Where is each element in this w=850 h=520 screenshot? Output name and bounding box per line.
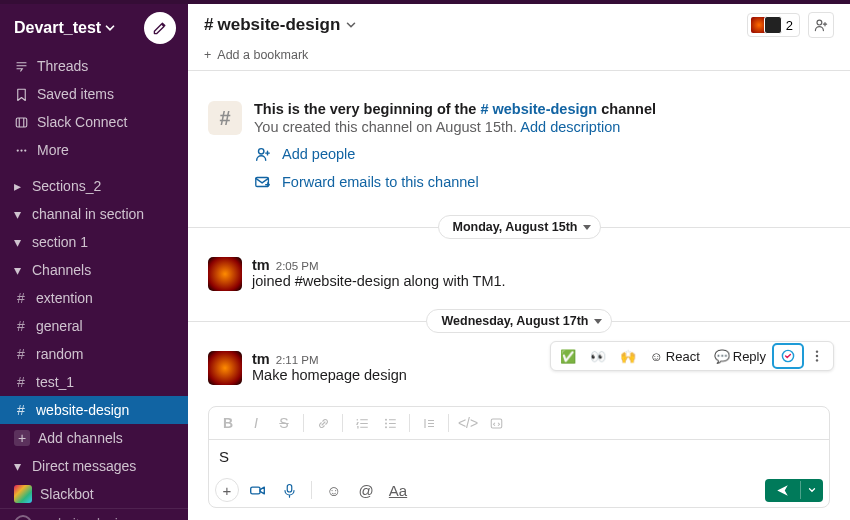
channel-intro: # This is the very beginning of the # we… [188,71,850,201]
svg-rect-14 [491,419,502,428]
compose-icon [152,20,168,36]
codeblock-button[interactable] [483,411,509,435]
channel-name: general [36,315,83,337]
channel-item-general[interactable]: #general [0,312,188,340]
audio-button[interactable] [275,477,303,503]
hash-icon: # [14,371,28,393]
section-header-channal[interactable]: ▾ channal in section [0,200,188,228]
dm-slackbot[interactable]: Slackbot [0,480,188,508]
reply-icon: 💬 [714,349,730,364]
hash-icon: # [208,101,242,135]
bold-button[interactable]: B [215,411,241,435]
channel-name: test_1 [36,371,74,393]
section-header-section1[interactable]: ▾ section 1 [0,228,188,256]
composer-input[interactable]: S [209,440,829,473]
workspace-switcher[interactable]: Devart_test [14,19,117,37]
send-options[interactable] [800,481,823,499]
dm-name: Slackbot [40,483,94,505]
section-header-sections2[interactable]: ▸ Sections_2 [0,172,188,200]
react-eyes-button[interactable]: 👀 [583,345,613,368]
composer-actions: + ☺ @ Aa [209,473,829,507]
hash-icon: # [204,15,213,35]
compose-button[interactable] [144,12,176,44]
messages-pane[interactable]: # This is the very beginning of the # we… [188,71,850,398]
message-user[interactable]: tm [252,351,270,367]
plus-icon: + [14,430,30,446]
bullet-list-icon [383,416,398,431]
forward-emails-action[interactable]: Forward emails to this channel [254,173,656,191]
plus-icon: + [204,48,211,62]
send-icon [765,479,800,502]
svg-rect-16 [287,484,292,492]
strike-button[interactable]: S [271,411,297,435]
nav-more[interactable]: More [0,136,188,164]
italic-button[interactable]: I [243,411,269,435]
intro-created: You created this channel on August 15th. [254,119,520,135]
svg-point-10 [816,359,818,361]
react-hands-button[interactable]: 🙌 [613,345,643,368]
avatar[interactable] [208,351,242,385]
forward-label: Forward emails to this channel [282,174,479,190]
sidebar-draft-row[interactable]: website-design [0,508,188,520]
nav-label: Saved items [37,83,114,105]
date-divider: Wednesday, August 17th [188,309,850,333]
section-label: Sections_2 [32,175,101,197]
add-people-action[interactable]: Add people [254,145,656,163]
message-user[interactable]: tm [252,257,270,273]
svg-point-13 [385,426,387,428]
dm-header[interactable]: ▾ Direct messages [0,452,188,480]
quote-button[interactable] [416,411,442,435]
slackbot-avatar [14,485,32,503]
link-button[interactable] [310,411,336,435]
react-check-button[interactable]: ✅ [553,345,583,368]
bookmark-label: Add a bookmark [217,48,308,62]
code-button[interactable]: </> [455,411,481,435]
intro-prefix: This is the very beginning of the [254,101,480,117]
nav-threads[interactable]: Threads [0,52,188,80]
app-action-button[interactable] [773,344,803,368]
app-icon [780,348,796,364]
message-row[interactable]: tm2:05 PM joined #website-design along w… [188,253,850,295]
channel-content: # website-design 2 + Add a bookmark # [188,4,850,520]
person-plus-icon [254,145,272,163]
format-toggle-button[interactable]: Aa [384,477,412,503]
section-label: Channels [32,259,91,281]
attach-button[interactable]: + [215,478,239,502]
intro-channel-link[interactable]: # website-design [480,101,597,117]
nav-slack-connect[interactable]: Slack Connect [0,108,188,136]
bookmark-bar[interactable]: + Add a bookmark [188,46,850,71]
members-pill[interactable]: 2 [747,13,800,37]
person-plus-icon [813,17,829,33]
member-count: 2 [786,18,793,33]
avatar[interactable] [208,257,242,291]
nav-saved[interactable]: Saved items [0,80,188,108]
channels-header[interactable]: ▾ Channels [0,256,188,284]
sidebar: Devart_test Threads Saved items Slack Co… [0,4,188,520]
date-pill[interactable]: Wednesday, August 17th [426,309,611,333]
date-pill[interactable]: Monday, August 15th [438,215,601,239]
hash-icon: # [14,287,28,309]
add-description-link[interactable]: Add description [520,119,620,135]
add-channels[interactable]: +Add channels [0,424,188,452]
channel-item-website-design[interactable]: #website-design [0,396,188,424]
channel-title[interactable]: # website-design [204,15,358,35]
send-button[interactable] [765,479,823,502]
svg-rect-0 [16,118,27,127]
channel-item-test1[interactable]: #test_1 [0,368,188,396]
emoji-button[interactable]: ☺ [320,477,348,503]
mic-icon [282,483,297,498]
mention-button[interactable]: @ [352,477,380,503]
add-member-button[interactable] [808,12,834,38]
message-body: joined #website-design along with TM1. [252,273,506,289]
video-button[interactable] [243,477,271,503]
connect-icon [14,115,29,130]
channel-name: website-design [36,399,129,421]
overflow-button[interactable] [803,345,831,367]
ul-button[interactable] [377,411,403,435]
svg-point-3 [24,149,26,151]
channel-item-extention[interactable]: #extention [0,284,188,312]
ol-button[interactable] [349,411,375,435]
channel-item-random[interactable]: #random [0,340,188,368]
react-button[interactable]: ☺React [643,345,707,368]
reply-button[interactable]: 💬Reply [707,345,773,368]
